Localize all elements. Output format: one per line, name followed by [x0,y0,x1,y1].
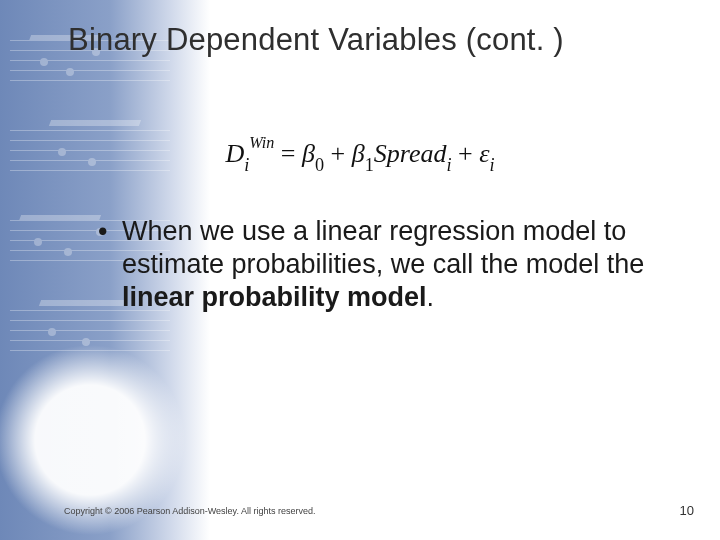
bullet-marker: • [98,215,122,314]
page-title: Binary Dependent Variables (cont. ) [68,22,690,58]
eq-eps-sub: i [489,155,494,175]
eq-spread: Spread [374,139,447,168]
eq-beta1: β [352,139,365,168]
eq-lhs-base: D [225,139,244,168]
eq-equals: = [274,139,302,168]
page-number: 10 [680,503,694,518]
eq-plus1: + [324,139,352,168]
eq-lhs-sub: i [244,155,249,175]
slide: Binary Dependent Variables (cont. ) DiWi… [0,0,720,540]
body-text: • When we use a linear regression model … [98,215,665,314]
eq-lhs-sup: Win [249,134,274,151]
eq-beta1-sub: 1 [365,155,374,175]
bullet-text-before: When we use a linear regression model to… [122,216,644,279]
eq-spread-sub: i [447,155,452,175]
bullet-text: When we use a linear regression model to… [122,215,665,314]
eq-beta0: β [302,139,315,168]
eq-beta0-sub: 0 [315,155,324,175]
eq-plus2: + [452,139,480,168]
bullet-text-bold: linear probability model [122,282,427,312]
bullet-text-after: . [427,282,435,312]
eq-eps: ε [479,139,489,168]
equation: DiWin = β0 + β1Spreadi + εi [0,138,720,173]
bullet-item: • When we use a linear regression model … [98,215,665,314]
copyright-footer: Copyright © 2006 Pearson Addison-Wesley.… [64,506,315,516]
